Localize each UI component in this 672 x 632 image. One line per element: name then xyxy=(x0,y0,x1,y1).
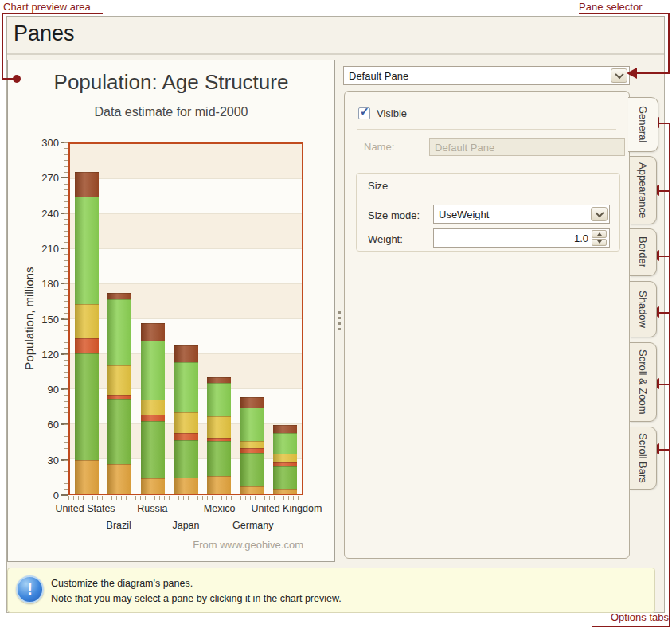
size-mode-label: Size mode: xyxy=(368,209,420,221)
info-icon: ! xyxy=(16,575,44,603)
chevron-down-icon xyxy=(615,70,623,79)
annotation-connector-line xyxy=(2,78,14,80)
spin-up-button[interactable] xyxy=(592,230,607,238)
annotation-connector-line xyxy=(669,123,670,627)
info-bar: ! Customize the diagram's panes. Note th… xyxy=(7,568,655,613)
size-group-title: Size xyxy=(368,180,388,192)
annotation-underline xyxy=(579,13,670,14)
bar-russia xyxy=(141,144,165,494)
weight-field[interactable] xyxy=(433,228,610,248)
bar-germany xyxy=(240,144,264,494)
bar-japan xyxy=(174,144,198,494)
y-axis-minor-ticks xyxy=(64,142,68,495)
annotation-options-tabs: Options tabs xyxy=(592,611,669,623)
check-icon: ✓ xyxy=(360,105,369,118)
bar-united-kingdom xyxy=(273,144,297,494)
info-line-2: Note that you may select a pane by click… xyxy=(51,591,342,607)
chart-subtitle: Data estimate for mid-2000 xyxy=(8,105,334,119)
splitter-grip-icon xyxy=(338,311,341,330)
tab-border[interactable]: Border xyxy=(630,228,657,276)
bar-mexico xyxy=(207,144,231,494)
annotation-connector-line xyxy=(659,449,669,451)
page-title: Panes xyxy=(14,21,75,46)
tab-general[interactable]: General xyxy=(628,97,658,152)
tab-scroll-zoom[interactable]: Scroll & Zoom xyxy=(630,342,657,422)
chevron-down-icon xyxy=(595,209,604,217)
annotation-connector-line xyxy=(659,384,669,385)
chart-title: Population: Age Structure xyxy=(8,70,334,95)
annotation-connector-line xyxy=(659,312,669,314)
info-text: Customize the diagram's panes. Note that… xyxy=(51,576,342,607)
size-group-box: Size Size mode: UseWeight Weight: xyxy=(356,173,620,252)
pane-selector-dropdown-button[interactable] xyxy=(611,68,627,83)
pane-selector-value: Default Pane xyxy=(349,70,408,82)
pane-options-box: ✓ Visible Name: Size Size mode: UseWeigh… xyxy=(344,91,630,559)
spin-down-button[interactable] xyxy=(592,239,607,247)
bar-united-states xyxy=(75,144,99,494)
x-axis-ticks xyxy=(68,496,303,500)
size-mode-value: UseWeight xyxy=(439,209,489,220)
pane-selector-combobox[interactable]: Default Pane xyxy=(343,66,630,85)
size-mode-combobox[interactable]: UseWeight xyxy=(433,205,610,224)
visible-checkbox[interactable]: ✓ xyxy=(358,107,370,119)
annotation-underline xyxy=(2,13,103,14)
arrow-down-icon xyxy=(597,240,602,244)
tab-shadow[interactable]: Shadow xyxy=(630,281,657,337)
visible-checkbox-label: Visible xyxy=(377,107,407,119)
annotation-underline xyxy=(592,626,670,627)
options-separator xyxy=(357,129,616,130)
x-axis-labels: United StatesBrazilRussiaJapanMexicoGerm… xyxy=(68,503,303,538)
annotation-arrow-icon xyxy=(627,68,637,79)
annotation-bullet xyxy=(13,75,21,83)
size-mode-dropdown-button[interactable] xyxy=(591,207,608,221)
annotation-connector-line xyxy=(659,190,669,192)
annotation-connector-line xyxy=(637,72,670,74)
bars xyxy=(70,144,302,494)
annotation-pane-selector: Pane selector xyxy=(579,1,643,13)
annotation-connector-line xyxy=(659,123,669,124)
weight-spinner[interactable] xyxy=(592,230,607,246)
tab-scroll-bars[interactable]: Scroll Bars xyxy=(630,427,657,490)
tab-appearance[interactable]: Appearance xyxy=(630,156,657,224)
annotation-connector-line xyxy=(2,13,3,80)
panes-options-window: Panes Population: Age Structure Data est… xyxy=(6,16,665,613)
chart-preview-panel: Population: Age Structure Data estimate … xyxy=(7,60,335,562)
size-group-separator xyxy=(363,197,613,197)
header-separator xyxy=(7,53,664,55)
arrow-up-icon xyxy=(597,232,602,236)
annotation-chart-preview-area: Chart preview area xyxy=(3,1,91,13)
annotation-connector-line xyxy=(659,256,669,257)
source-note: From www.geohive.com xyxy=(68,539,303,551)
y-axis-labels: 3002702402101801501209060300 xyxy=(22,142,59,495)
annotation-connector-line xyxy=(668,13,670,74)
info-line-1: Customize the diagram's panes. xyxy=(51,576,342,591)
bar-brazil xyxy=(107,144,131,494)
plot-area[interactable] xyxy=(68,142,303,495)
name-label: Name: xyxy=(364,141,394,153)
weight-label: Weight: xyxy=(368,233,403,245)
name-field xyxy=(429,138,625,156)
panel-splitter[interactable] xyxy=(336,60,343,562)
